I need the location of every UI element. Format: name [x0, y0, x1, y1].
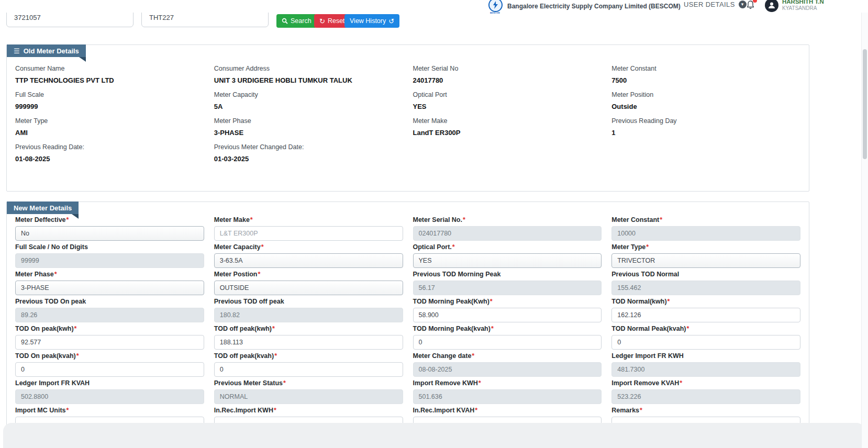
field-meter-capacity: Meter Capacity5A	[214, 91, 403, 117]
field-label-text: Previous Meter Status	[214, 379, 283, 387]
meter-deffective-input[interactable]	[15, 226, 204, 241]
field-consumer-name: Consumer NameTTP TECHNOLOGIES PVT LTD	[15, 65, 204, 91]
tod-morning-peak-kvah-input[interactable]	[413, 335, 602, 350]
field-optical-port: Optical PortYES	[413, 91, 602, 117]
field-meter-deffective: Meter Deffective*	[15, 216, 204, 243]
field-meter-phase: Meter Phase3-PHASE	[214, 117, 403, 143]
field-label: Previous TOD Morning Peak	[413, 271, 602, 278]
ledger-import-fr-kwh-input	[611, 362, 800, 377]
user-avatar[interactable]	[765, 0, 778, 12]
new-meter-details-panel: New Meter Details Meter Deffective*Meter…	[6, 201, 809, 448]
field-tod-normal-kwh: TOD Normal(kwh)*	[611, 298, 800, 325]
field-optical-port: Optical Port.*	[413, 243, 602, 271]
field-label: TOD Normal Peak(kvah)*	[611, 325, 800, 332]
required-marker: *	[250, 216, 253, 223]
field-meter-serial-no: Meter Serial No24017780	[413, 65, 602, 91]
field-meter-make: Meter MakeLandT ER300P	[413, 117, 602, 143]
tod-on-peak-kwh-input[interactable]	[15, 335, 204, 350]
field-label-text: Previous TOD On peak	[15, 298, 86, 305]
search-button[interactable]: Search	[276, 14, 317, 28]
tod-off-peak-kwh-input[interactable]	[214, 335, 403, 350]
meter-capacity-input[interactable]	[214, 253, 403, 268]
history-icon: ↺	[388, 18, 394, 25]
logo-caption: BESCOM	[490, 12, 500, 14]
field-label: Previous TOD Normal	[611, 271, 800, 278]
field-previous-reading-day: Previous Reading Day1	[611, 117, 800, 143]
meter-phase-input[interactable]	[15, 281, 204, 295]
field-label: Import MC Units*	[15, 407, 204, 414]
field-value: AMI	[15, 129, 204, 137]
field-label-text: TOD Normal(kwh)	[611, 298, 666, 305]
field-label: TOD Morning Peak(kvah)*	[413, 325, 602, 332]
required-marker: *	[478, 379, 481, 387]
required-marker: *	[667, 298, 670, 305]
tod-off-peak-kvah-input[interactable]	[214, 362, 403, 377]
required-marker: *	[283, 379, 286, 387]
previous-meter-status-input	[214, 389, 403, 404]
field-meter-capacity: Meter Capacity*	[214, 243, 403, 271]
field-label: Meter Capacity	[214, 91, 403, 98]
field-label: In.Rec.Import KVAH*	[413, 407, 602, 414]
meter-constant-input	[611, 226, 800, 241]
previous-tod-morning-peak-input	[413, 281, 602, 295]
field-previous-tod-on-peak: Previous TOD On peak	[15, 298, 204, 325]
user-details-menu[interactable]: USER DETAILS ▾	[684, 1, 747, 8]
field-meter-phase: Meter Phase*	[15, 271, 204, 298]
field-full-scale-no-of-digits: Full Scale / No of Digits	[15, 243, 204, 271]
bottom-overlay-bar	[3, 423, 865, 448]
field-label-text: Full Scale / No of Digits	[15, 243, 88, 251]
field-label: Consumer Address	[214, 65, 403, 72]
field-label-text: Meter Type	[611, 243, 646, 251]
field-value: 1	[611, 129, 800, 137]
meter-type-input[interactable]	[611, 253, 800, 268]
field-label: Meter Make*	[214, 216, 403, 223]
field-label: Meter Postion*	[214, 271, 403, 278]
field-label-text: TOD Morning Peak(Kwh)	[413, 298, 489, 305]
view-history-button[interactable]: View History ↺	[344, 14, 399, 28]
tod-morning-peak-kwh-input[interactable]	[413, 308, 602, 322]
optical-port-input[interactable]	[413, 253, 602, 268]
brand: BESCOM Bangalore Electricity Supply Comp…	[488, 0, 681, 12]
field-label: Remarks*	[611, 407, 800, 414]
required-marker: *	[54, 271, 57, 278]
field-label-text: Meter Serial No.	[413, 216, 462, 223]
field-label-text: TOD off peak(kvah)	[214, 352, 274, 360]
hamburger-icon: ☰	[14, 47, 20, 55]
required-marker: *	[686, 325, 689, 332]
field-tod-on-peak-kwh: TOD On peak(kwh)*	[15, 325, 204, 352]
field-label: Meter Capacity*	[214, 243, 403, 251]
meter-serial-no-input	[413, 226, 602, 241]
import-remove-kwh-input	[413, 389, 602, 404]
field-label-text: Import Remove KVAH	[611, 379, 679, 387]
reset-icon: ↻	[319, 18, 325, 25]
field-value: 01-08-2025	[15, 155, 204, 163]
tod-on-peak-kvah-input[interactable]	[15, 362, 204, 377]
required-marker: *	[660, 216, 662, 223]
field-import-remove-kwh: Import Remove KWH*	[413, 379, 602, 407]
notification-badge	[753, 0, 757, 3]
tod-normal-kwh-input[interactable]	[611, 308, 800, 322]
required-marker: *	[490, 298, 493, 305]
required-marker: *	[463, 216, 465, 223]
field-tod-on-peak-kvah: TOD On peak(kvah)*	[15, 352, 204, 379]
field-label-text: Meter Capacity	[214, 243, 261, 251]
field-label-text: TOD On peak(kwh)	[15, 325, 74, 332]
field-label: Import Remove KVAH*	[611, 379, 800, 387]
required-marker: *	[452, 243, 455, 251]
meter-postion-input[interactable]	[214, 281, 403, 295]
vertical-scrollbar[interactable]	[861, 13, 868, 448]
field-consumer-address: Consumer AddressUNIT 3 URDIGERE HOBLI TU…	[214, 65, 403, 91]
tod-normal-peak-kvah-input[interactable]	[611, 335, 800, 350]
field-label: Previous Meter Changed Date:	[214, 143, 403, 151]
field-label: TOD On peak(kvah)*	[15, 352, 204, 360]
field-previous-meter-changed-date: Previous Meter Changed Date:01-03-2025	[214, 143, 403, 170]
field-previous-meter-status: Previous Meter Status*	[214, 379, 403, 407]
notifications-button[interactable]	[746, 0, 756, 10]
field-previous-reading-date: Previous Reading Date:01-08-2025	[15, 143, 204, 170]
field-label: Previous TOD On peak	[15, 298, 204, 305]
scrollbar-thumb[interactable]	[863, 49, 867, 159]
search-button-label: Search	[291, 18, 311, 25]
field-label-text: Meter Deffective	[15, 216, 66, 223]
field-label: Previous Meter Status*	[214, 379, 403, 387]
person-icon	[767, 1, 776, 9]
